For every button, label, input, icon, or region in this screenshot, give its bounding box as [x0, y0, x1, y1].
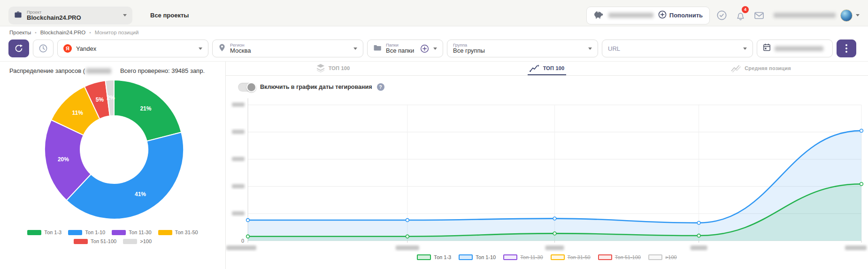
search-engine-select[interactable]: Я Yandex [57, 40, 208, 57]
x-tick-redacted [226, 245, 256, 250]
chart-legend-item[interactable]: Топ 31-50 [551, 254, 591, 260]
chevron-down-icon [123, 14, 127, 16]
topbar: Проект Blockchain24.PRO Все проекты Попо… [0, 0, 868, 26]
folder-icon [373, 44, 382, 53]
layers-icon [316, 64, 325, 72]
data-point[interactable] [246, 235, 250, 238]
tab-top100-table[interactable]: ТОП 100 [226, 62, 440, 75]
briefcase-icon [14, 11, 22, 20]
donut-slice-label: 5% [96, 96, 104, 103]
chevron-down-icon [199, 47, 202, 50]
folders-select[interactable]: Папки Все папки [367, 40, 443, 57]
kebab-icon [845, 44, 847, 53]
tab-average-position[interactable]: Средняя позиция [654, 62, 868, 75]
legend-swatch [503, 254, 517, 260]
topup-button[interactable]: Пополнить [658, 10, 703, 20]
breadcrumb-separator: • [89, 30, 91, 35]
legend-swatch [74, 239, 88, 244]
topbar-right: Пополнить 4 [586, 7, 860, 24]
chevron-down-icon [353, 47, 357, 50]
donut-slice-label: 11% [72, 110, 84, 116]
data-point[interactable] [553, 232, 556, 235]
breadcrumb-separator: • [35, 30, 37, 35]
tasks-button[interactable] [714, 8, 729, 23]
line-chart-icon [530, 64, 540, 72]
donut-legend-item[interactable]: >100 [123, 238, 152, 244]
url-select[interactable]: URL [602, 40, 753, 57]
legend-swatch [551, 254, 565, 260]
donut-legend-item[interactable]: Топ 1-10 [68, 229, 105, 235]
region-value: Москва [230, 47, 349, 54]
donut-legend-item[interactable]: Топ 1-3 [27, 229, 61, 235]
donut-legend-item[interactable]: Топ 11-30 [112, 229, 151, 235]
legend-label: Топ 31-50 [175, 229, 198, 235]
history-button[interactable] [33, 40, 54, 57]
chart-legend-item[interactable]: Топ 1-10 [459, 254, 496, 260]
legend-swatch [68, 230, 82, 235]
breadcrumb-project-name[interactable]: Blockchain24.PRO [40, 30, 86, 35]
date-range-picker[interactable] [757, 40, 833, 57]
more-actions-button[interactable] [837, 40, 856, 57]
tab-label: ТОП 100 [329, 65, 350, 71]
chart-legend-item[interactable]: Топ 51-100 [598, 254, 641, 260]
distribution-title-redacted [86, 68, 111, 74]
data-point[interactable] [860, 129, 863, 133]
messages-button[interactable] [752, 9, 766, 22]
y-tick-redacted [232, 130, 245, 134]
legend-label: Топ 1-10 [476, 254, 496, 260]
tab-top100-chart[interactable]: ТОП 100 [440, 62, 654, 75]
refresh-button[interactable] [8, 40, 29, 57]
url-placeholder: URL [608, 45, 620, 52]
chart-legend-item[interactable]: >100 [648, 254, 677, 260]
top100-line-chart: 0 [226, 95, 868, 254]
toolbar: Я Yandex Регион Москва Папки Все папки [0, 39, 868, 62]
legend-label: Топ 1-10 [85, 229, 105, 235]
donut-slice-label: 21% [140, 105, 151, 112]
legend-label: Топ 31-50 [568, 254, 591, 260]
data-point[interactable] [406, 219, 409, 222]
account-menu[interactable] [840, 9, 860, 22]
donut-slice-label: 41% [135, 191, 146, 198]
legend-label: Топ 51-100 [615, 254, 641, 260]
data-point[interactable] [860, 182, 863, 186]
piggy-bank-icon [593, 10, 604, 21]
legend-swatch [112, 230, 126, 235]
donut-legend-item[interactable]: Топ 31-50 [158, 229, 198, 235]
chart-legend-item[interactable]: Топ 11-30 [503, 254, 543, 260]
donut-legend-item[interactable]: Топ 51-100 [74, 238, 116, 244]
breadcrumb-projects[interactable]: Проекты [9, 30, 31, 35]
all-projects-link[interactable]: Все проекты [150, 12, 189, 19]
data-point[interactable] [697, 221, 700, 224]
group-value: Все группы [453, 47, 584, 54]
region-select[interactable]: Регион Москва [212, 40, 363, 57]
distribution-panel: Распределение запросов ( Всего проверено… [0, 62, 226, 269]
chart-panel: ТОП 100 ТОП 100 Средняя позиция [226, 62, 868, 269]
data-point[interactable] [697, 234, 700, 237]
x-tick-redacted [845, 245, 867, 250]
date-range-redacted [775, 46, 823, 51]
donut-legend: Топ 1-3Топ 1-10Топ 11-30Топ 31-50Топ 51-… [0, 227, 225, 244]
donut-slice-label: 2% [107, 95, 115, 101]
yandex-icon: Я [63, 44, 72, 53]
plus-circle-icon [658, 10, 667, 20]
project-selector[interactable]: Проект Blockchain24.PRO [8, 7, 132, 24]
help-icon[interactable]: ? [377, 83, 384, 91]
legend-swatch [648, 254, 662, 260]
legend-swatch [417, 254, 431, 260]
data-point[interactable] [553, 217, 556, 220]
add-folder-button[interactable] [420, 44, 429, 53]
line-chart-legend: Топ 1-3Топ 1-10Топ 11-30Топ 31-50Топ 51-… [226, 254, 868, 260]
chart-legend-item[interactable]: Топ 1-3 [417, 254, 451, 260]
tagging-dates-toggle[interactable] [238, 83, 255, 92]
group-select[interactable]: Группа Все группы [447, 40, 598, 57]
legend-label: Топ 11-30 [129, 229, 151, 235]
avg-position-icon [731, 64, 741, 72]
avatar [840, 9, 853, 22]
data-point[interactable] [406, 235, 409, 238]
notifications-button[interactable]: 4 [734, 8, 747, 23]
map-pin-icon [218, 43, 226, 54]
data-point[interactable] [246, 219, 250, 222]
total-checked-label: Всего проверено: 39485 запр. [120, 67, 205, 74]
calendar-icon [763, 43, 771, 54]
clock-icon [38, 44, 48, 53]
